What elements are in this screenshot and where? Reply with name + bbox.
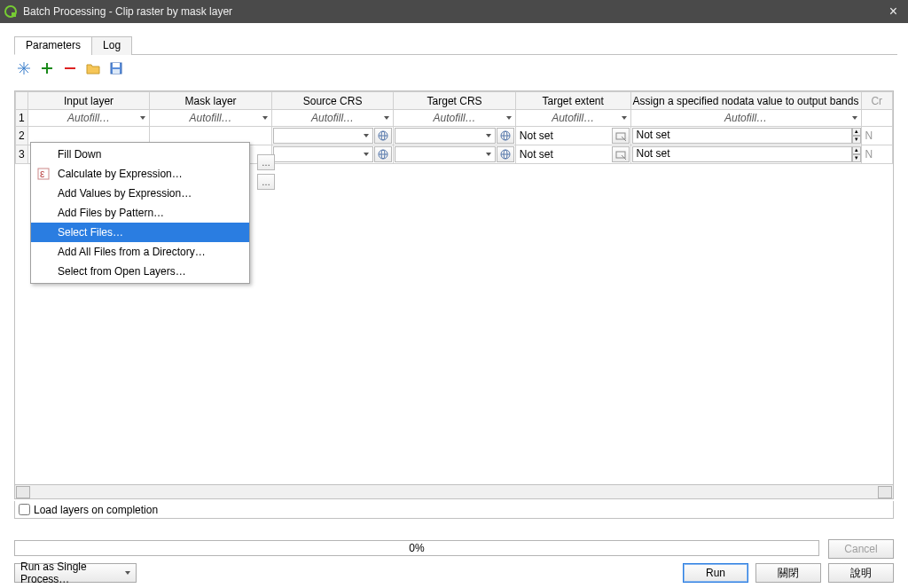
spin-down-3[interactable]: ▾ (852, 154, 861, 162)
col-nodata[interactable]: Assign a specified nodata value to outpu… (630, 92, 861, 110)
spin-down-2[interactable]: ▾ (852, 136, 861, 144)
srccrs-combo-3[interactable] (273, 146, 374, 162)
col-source-crs[interactable]: Source CRS (271, 92, 394, 110)
col-mask-layer[interactable]: Mask layer (150, 92, 272, 110)
spin-up-2[interactable]: ▴ (852, 128, 861, 136)
mi-select-open-layers[interactable]: Select from Open Layers… (31, 262, 249, 281)
mi-add-vals-expr[interactable]: Add Values by Expression… (31, 184, 249, 203)
rownum-3: 3 (16, 145, 28, 164)
autofill-nodata[interactable]: Autofill… (631, 110, 861, 126)
progress-bar: 0% (14, 540, 819, 556)
autofill-tgtcrs[interactable]: Autofill… (394, 110, 515, 126)
header-row: Input layer Mask layer Source CRS Target… (16, 92, 893, 110)
load-layers-label: Load layers on completion (34, 504, 158, 516)
toolbar (4, 55, 904, 80)
svg-rect-11 (113, 69, 120, 74)
col-target-crs[interactable]: Target CRS (394, 92, 516, 110)
dialog-content: Parameters Log Input layer Mask layer So… (4, 27, 904, 535)
spin-up-3[interactable]: ▴ (852, 146, 861, 154)
save-icon[interactable] (108, 60, 124, 76)
advanced-icon[interactable] (16, 60, 32, 76)
extent-value-3[interactable]: Not set (516, 148, 612, 161)
remove-row-icon[interactable] (62, 60, 78, 76)
autofill-context-menu: Fill Down ε Calculate by Expression… Add… (30, 142, 250, 284)
close-button[interactable]: 關閉 (755, 563, 821, 583)
qgis-icon (4, 4, 18, 19)
mi-calc-expr[interactable]: ε Calculate by Expression… (31, 164, 249, 184)
tgtcrs-combo-2[interactable] (395, 128, 496, 144)
cancel-button[interactable]: Cancel (828, 539, 894, 559)
rownum-2: 2 (16, 127, 28, 145)
load-layers-row: Load layers on completion (14, 501, 894, 519)
tgtcrs-combo-3[interactable] (395, 146, 496, 162)
load-layers-checkbox[interactable] (19, 504, 30, 515)
scroll-left-icon[interactable] (16, 486, 30, 498)
run-button[interactable]: Run (683, 563, 748, 583)
autofill-mask[interactable]: Autofill… (150, 110, 271, 126)
mi-add-all-dir[interactable]: Add All Files from a Directory… (31, 242, 249, 262)
mi-add-files-pattern[interactable]: Add Files by Pattern… (31, 203, 249, 223)
extent-picker-2[interactable] (612, 128, 630, 144)
col-target-extent[interactable]: Target extent (515, 92, 630, 110)
bottom-bar: 0% Cancel Run as Single Process… Run 關閉 … (4, 537, 904, 588)
scroll-right-icon[interactable] (878, 486, 892, 498)
autofill-row: 1 Autofill… Autofill… Autofill… Autofill… (16, 110, 893, 127)
mi-fill-down[interactable]: Fill Down (31, 145, 249, 164)
expression-icon: ε (36, 167, 51, 181)
tgtcrs-picker-2[interactable] (497, 128, 514, 144)
horizontal-scrollbar[interactable] (15, 484, 893, 498)
nodata-value-3[interactable]: Not set (632, 146, 852, 162)
extent-value-2[interactable]: Not set (516, 129, 612, 142)
extent-picker-3[interactable] (612, 146, 630, 162)
add-row-icon[interactable] (39, 60, 55, 76)
open-icon[interactable] (85, 60, 101, 76)
autofill-extent[interactable]: Autofill… (516, 110, 630, 126)
tab-parameters[interactable]: Parameters (14, 36, 92, 55)
col-truncated[interactable]: Cr (861, 92, 892, 110)
col-input-layer[interactable]: Input layer (27, 92, 150, 110)
cut-value-2[interactable]: N (862, 129, 873, 142)
run-single-process-button[interactable]: Run as Single Process… (14, 563, 137, 583)
mi-select-files[interactable]: Select Files… (31, 223, 249, 242)
autofill-srccrs[interactable]: Autofill… (272, 110, 394, 126)
cut-value-3[interactable]: N (862, 148, 873, 161)
srccrs-picker-2[interactable] (374, 128, 392, 144)
autofill-input[interactable]: Autofill… (28, 110, 150, 126)
tab-log[interactable]: Log (91, 36, 132, 55)
titlebar: Batch Processing - Clip raster by mask l… (0, 0, 908, 23)
tab-bar: Parameters Log (14, 35, 897, 55)
help-button[interactable]: 說明 (828, 563, 894, 583)
input-browse-3[interactable]: … (257, 174, 275, 190)
nodata-value-2[interactable]: Not set (632, 128, 852, 144)
rownum-1: 1 (16, 110, 28, 127)
close-icon[interactable]: × (882, 4, 904, 20)
input-browse-2[interactable]: … (257, 154, 275, 170)
srccrs-picker-3[interactable] (374, 146, 392, 162)
srccrs-combo-2[interactable] (273, 128, 374, 144)
window-title: Batch Processing - Clip raster by mask l… (23, 5, 882, 18)
svg-text:ε: ε (40, 168, 45, 180)
svg-rect-1 (12, 12, 16, 17)
svg-rect-10 (113, 63, 120, 67)
tgtcrs-picker-3[interactable] (497, 146, 514, 162)
